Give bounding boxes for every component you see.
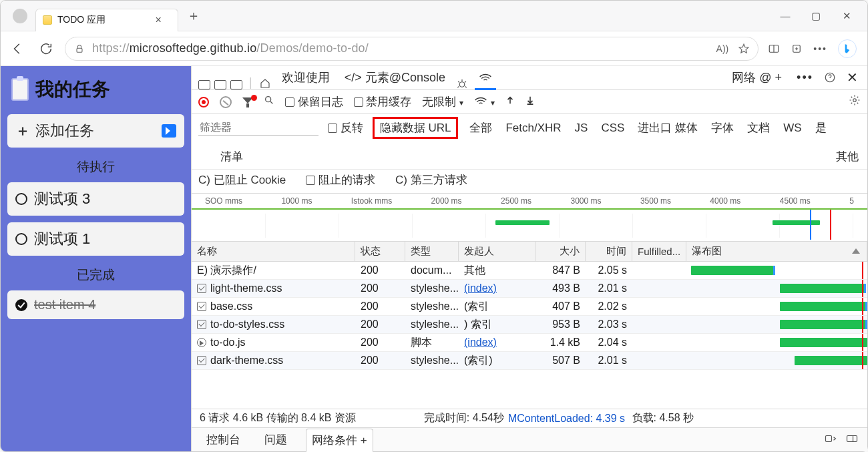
- cell-initiator[interactable]: (索引): [459, 352, 535, 369]
- done-header: 已完成: [7, 262, 184, 284]
- task-item[interactable]: 测试项 1: [7, 222, 184, 256]
- drawer-network-conditions[interactable]: 网络条件 +: [306, 429, 373, 453]
- cell-fulfilled: [632, 280, 686, 297]
- upload-har-icon[interactable]: [505, 95, 515, 109]
- filter-toggle-icon[interactable]: [242, 97, 253, 107]
- record-icon[interactable]: [198, 97, 209, 107]
- profile-avatar[interactable]: [13, 9, 27, 23]
- throttle-select[interactable]: 无限制 ▾: [422, 94, 463, 109]
- home-icon[interactable]: [259, 77, 271, 89]
- help-icon[interactable]: [824, 71, 836, 83]
- cell-size: 407 B: [535, 298, 586, 315]
- network-row[interactable]: base.css200styleshe...(索引407 B2.02 s: [192, 298, 867, 316]
- tab-network[interactable]: 网络 @ +: [728, 65, 786, 89]
- tab-network-icon[interactable]: [475, 67, 496, 89]
- tab-close-icon[interactable]: ×: [151, 14, 166, 26]
- clear-icon[interactable]: [220, 96, 232, 108]
- filter-other[interactable]: 其他: [834, 148, 861, 165]
- bing-chat-icon[interactable]: [838, 39, 857, 58]
- inspect-icon[interactable]: [198, 80, 210, 89]
- download-har-icon[interactable]: [525, 95, 535, 109]
- settings-icon[interactable]: [849, 94, 861, 109]
- disable-cache-checkbox[interactable]: 禁用缓存: [354, 94, 412, 109]
- filter-type[interactable]: 字体: [709, 120, 736, 136]
- refresh-button[interactable]: [37, 39, 55, 58]
- cell-initiator[interactable]: (索引: [459, 298, 535, 315]
- filter-input[interactable]: [198, 121, 318, 136]
- maximize-icon[interactable]: ▢: [810, 10, 822, 22]
- col-time[interactable]: 时间: [586, 242, 632, 261]
- col-fulfilled[interactable]: Fulfilled...: [632, 242, 686, 261]
- filter-manifest[interactable]: 清单: [218, 148, 245, 165]
- network-row[interactable]: to-do.js200脚本(index)1.4 kB2.04 s: [192, 334, 867, 352]
- filter-type[interactable]: 是: [813, 120, 829, 136]
- unchecked-icon[interactable]: [15, 193, 27, 205]
- checked-icon[interactable]: [15, 299, 27, 311]
- add-task-button[interactable]: ＋添加任务: [7, 114, 184, 148]
- minimize-icon[interactable]: —: [779, 10, 791, 22]
- browser-tab[interactable]: TODO 应用 ×: [35, 9, 178, 31]
- network-row[interactable]: dark-theme.css200styleshe...(索引)507 B2.0…: [192, 352, 867, 370]
- network-row[interactable]: light-theme.css200styleshe...(index)493 …: [192, 280, 867, 298]
- favorite-icon[interactable]: [738, 43, 750, 55]
- cell-fulfilled: [632, 352, 686, 369]
- bug-icon[interactable]: [456, 77, 468, 89]
- network-conditions-icon[interactable]: ▾: [474, 95, 495, 109]
- back-button[interactable]: [9, 39, 27, 58]
- filter-type[interactable]: 进出口 媒体: [636, 120, 700, 136]
- collections-icon[interactable]: [791, 43, 803, 55]
- filter-type[interactable]: 文档: [745, 120, 772, 136]
- file-name: light-theme.css: [210, 282, 282, 294]
- submit-arrow-icon[interactable]: [162, 124, 176, 138]
- search-icon[interactable]: [264, 95, 274, 109]
- unchecked-icon[interactable]: [15, 233, 27, 245]
- filter-type[interactable]: CSS: [599, 121, 626, 136]
- tab-welcome[interactable]: 欢迎使用: [278, 65, 334, 89]
- drawer-console[interactable]: 控制台: [201, 429, 246, 451]
- cell-initiator[interactable]: (index): [459, 280, 535, 297]
- blocked-requests-checkbox[interactable]: 阻止的请求: [306, 172, 375, 188]
- cell-size: 1.4 kB: [535, 334, 586, 351]
- drawer-dock-icon[interactable]: [846, 433, 858, 447]
- summary-load: 负载: 4.58 秒: [629, 411, 694, 425]
- blocked-cookies-label[interactable]: C) 已阻止 Cookie: [198, 172, 286, 188]
- more-tools-icon[interactable]: •••: [797, 71, 813, 85]
- cell-initiator[interactable]: 其他: [459, 262, 535, 279]
- filter-type[interactable]: JS: [573, 121, 590, 136]
- dock-icon[interactable]: [230, 80, 242, 89]
- device-icon[interactable]: [214, 80, 226, 89]
- app-title-card: 我的任务: [7, 74, 184, 107]
- overview-timeline[interactable]: SOO mms1000 ms Istook mms2000 ms 2500 ms…: [192, 194, 867, 242]
- col-name[interactable]: 名称: [192, 242, 355, 261]
- network-row[interactable]: E) 演示操作/200docum...其他847 B2.05 s: [192, 262, 867, 280]
- col-type[interactable]: 类型: [405, 242, 459, 261]
- more-menu-icon[interactable]: •••: [813, 43, 827, 54]
- drawer-expand-icon[interactable]: [825, 433, 837, 447]
- network-table-body: E) 演示操作/200docum...其他847 B2.05 slight-th…: [192, 262, 867, 370]
- read-aloud-icon[interactable]: A)): [716, 43, 729, 54]
- drawer-issues[interactable]: 问题: [259, 429, 292, 451]
- task-item[interactable]: 测试项 3: [7, 182, 184, 216]
- file-name: base.css: [210, 300, 252, 312]
- third-party-label[interactable]: C) 第三方请求: [395, 172, 467, 188]
- invert-checkbox[interactable]: 反转: [328, 120, 363, 136]
- close-window-icon[interactable]: ✕: [841, 10, 853, 22]
- url-box[interactable]: https://microsoftedge.github.io/Demos/de…: [65, 37, 758, 61]
- col-initiator[interactable]: 发起人: [459, 242, 535, 261]
- filter-type[interactable]: WS: [781, 121, 803, 136]
- network-row[interactable]: to-do-styles.css200styleshe...) 索引953 B2…: [192, 316, 867, 334]
- col-waterfall[interactable]: 瀑布图: [686, 242, 867, 261]
- devtools-close-icon[interactable]: ✕: [847, 69, 858, 85]
- new-tab-button[interactable]: ＋: [184, 6, 204, 26]
- task-item-done[interactable]: test item 4: [7, 290, 184, 319]
- col-status[interactable]: 状态: [355, 242, 405, 261]
- tab-elements[interactable]: </> 元素@Console: [341, 65, 449, 89]
- preserve-log-checkbox[interactable]: 保留日志: [285, 94, 343, 109]
- filter-type[interactable]: Fetch/XHR: [503, 121, 563, 136]
- cell-initiator[interactable]: ) 索引: [459, 316, 535, 333]
- hide-data-url-highlight[interactable]: 隐藏数据 URL: [373, 117, 459, 139]
- filter-all[interactable]: 全部: [467, 120, 494, 136]
- col-size[interactable]: 大小: [535, 242, 586, 261]
- split-screen-icon[interactable]: [768, 43, 780, 55]
- cell-initiator[interactable]: (index): [459, 334, 535, 351]
